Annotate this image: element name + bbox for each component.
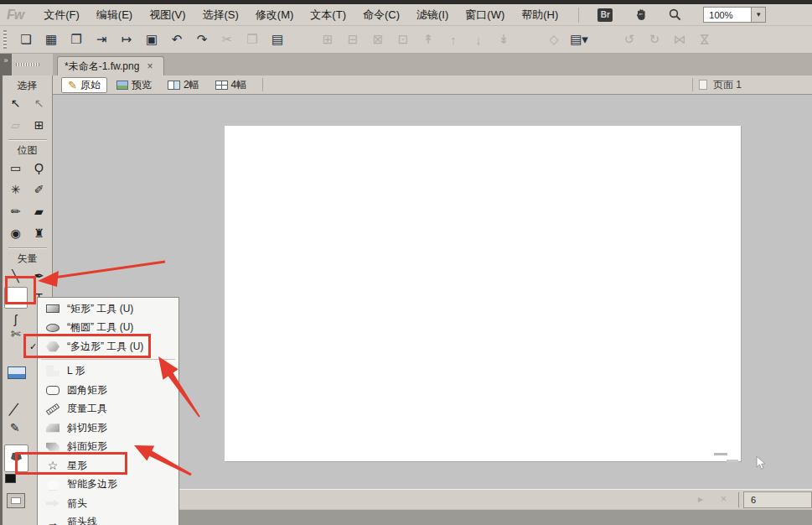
- menu-text[interactable]: 文本(T): [302, 5, 354, 25]
- copy-button[interactable]: ❐: [244, 30, 261, 49]
- save-button[interactable]: ▦: [43, 30, 59, 49]
- select-behind-tool[interactable]: ▱: [4, 114, 28, 136]
- pen-tool[interactable]: ✒: [28, 265, 51, 287]
- tab-close-icon[interactable]: ×: [147, 60, 153, 72]
- polygon-tool[interactable]: [4, 287, 28, 309]
- blur-tool[interactable]: ◉: [4, 222, 28, 244]
- send-to-back-button[interactable]: ↡: [495, 30, 512, 49]
- subselection-tool[interactable]: ↖: [28, 92, 51, 114]
- canvas-corner-handle[interactable]: [714, 453, 727, 455]
- menu-item-label: 斜切矩形: [67, 421, 107, 435]
- menu-commands[interactable]: 命令(C): [354, 5, 408, 25]
- group-button[interactable]: ⊞: [319, 30, 336, 49]
- menubar-separator: [578, 8, 579, 23]
- stroke-pencil-icon[interactable]: ✎: [10, 421, 20, 434]
- zoom-level-control[interactable]: 100% ▼: [703, 7, 766, 23]
- view-mode-label: 原始: [80, 78, 101, 92]
- status-close-icon[interactable]: ×: [721, 493, 727, 505]
- magic-wand-tool[interactable]: ✳: [4, 179, 28, 200]
- canvas[interactable]: [225, 126, 741, 461]
- knife-tool[interactable]: ✄: [11, 327, 21, 340]
- menu-item-ellipse-tool[interactable]: ✓ “椭圆” 工具 (U): [38, 319, 178, 338]
- open-button[interactable]: ❐: [68, 30, 85, 49]
- undo-button[interactable]: ↶: [168, 30, 185, 49]
- toolbar-grip[interactable]: [3, 30, 7, 49]
- menu-view[interactable]: 视图(V): [141, 5, 194, 25]
- bring-forward-button[interactable]: ↑: [445, 30, 462, 49]
- crop-tool[interactable]: ⊞: [28, 114, 51, 136]
- menu-item-l-shape[interactable]: ✓ L 形: [38, 362, 178, 382]
- menu-item-label: 箭头线: [67, 515, 97, 525]
- zoom-dropdown-arrow-icon[interactable]: ▼: [752, 7, 766, 23]
- print-button[interactable]: ▣: [143, 30, 160, 49]
- fireworks-logo: Fw: [7, 8, 23, 23]
- zoom-level-value[interactable]: 100%: [703, 7, 752, 23]
- tools-panel-header: »: [0, 54, 53, 75]
- paste-button[interactable]: ▤: [269, 30, 286, 49]
- hand-tool-icon[interactable]: [631, 7, 651, 23]
- align-button[interactable]: ▤▾: [571, 30, 587, 49]
- view-mode-preview[interactable]: 预览: [110, 77, 158, 93]
- menu-item-label: 星形: [67, 459, 87, 473]
- document-title: *未命名-1.fw.png: [65, 60, 139, 74]
- lasso-tool[interactable]: Ϙ: [28, 157, 51, 179]
- menu-item-star[interactable]: ✓ 星形: [38, 456, 178, 476]
- view-mode-icon: [68, 79, 77, 91]
- menu-item-label: “矩形” 工具 (U): [67, 302, 133, 316]
- split-button[interactable]: ⊡: [395, 30, 411, 49]
- ungroup-button[interactable]: ⊟: [344, 30, 361, 49]
- menu-item-arrow[interactable]: ✓ 箭头: [38, 494, 178, 513]
- flip-vertical-button[interactable]: ⋈: [696, 31, 714, 48]
- menu-item-smart-polygon[interactable]: ✓ 智能多边形: [38, 476, 178, 495]
- view-mode-2up[interactable]: 2幅: [161, 77, 206, 93]
- menu-item-rounded-rectangle[interactable]: ✓ 圆角矩形: [38, 381, 178, 400]
- redo-button[interactable]: ↷: [194, 30, 210, 49]
- zoom-search-icon[interactable]: [665, 7, 685, 23]
- menu-window[interactable]: 窗口(W): [457, 5, 513, 25]
- line-tool[interactable]: ╲: [4, 265, 28, 287]
- menu-help[interactable]: 帮助(H): [513, 5, 566, 25]
- menu-item-polygon-tool[interactable]: ✓ “多边形” 工具 (U): [38, 337, 178, 356]
- cut-button[interactable]: ✂: [219, 30, 235, 49]
- new-document-button[interactable]: ❏: [18, 30, 34, 49]
- brush-tool[interactable]: ✐: [28, 179, 51, 200]
- import-button[interactable]: ⇥: [93, 30, 110, 49]
- send-backward-button[interactable]: ↓: [470, 30, 487, 49]
- free-transform-button[interactable]: ◇: [546, 30, 562, 49]
- black-color-swatch[interactable]: [5, 474, 16, 483]
- join-button[interactable]: ⊠: [370, 30, 386, 49]
- view-mode-4up[interactable]: 4幅: [209, 77, 254, 93]
- menu-item-measure-tool[interactable]: ✓ 度量工具: [38, 400, 178, 419]
- panel-collapse-icon[interactable]: »: [0, 54, 12, 75]
- panel-grip[interactable]: [16, 63, 39, 66]
- menu-item-arrow-line[interactable]: ✓ 箭头线: [38, 513, 178, 525]
- export-button[interactable]: ↦: [118, 30, 135, 49]
- flip-horizontal-button[interactable]: ⋈: [671, 30, 688, 49]
- slice-tool[interactable]: [8, 366, 26, 379]
- view-mode-original[interactable]: 原始: [61, 77, 107, 93]
- status-play-icon[interactable]: ▸: [698, 493, 703, 505]
- bridge-button[interactable]: Br: [597, 8, 613, 22]
- menu-file[interactable]: 文件(F): [35, 5, 88, 25]
- menu-select[interactable]: 选择(S): [194, 5, 247, 25]
- checkmark-icon: ✓: [28, 341, 39, 352]
- rotate-ccw-button[interactable]: ↺: [621, 30, 638, 49]
- eraser-tool[interactable]: ▰: [28, 200, 51, 222]
- menu-item-bevel-rectangle[interactable]: ✓ 斜面矩形: [38, 438, 178, 457]
- rubber-stamp-tool[interactable]: ♜: [28, 222, 51, 244]
- marquee-tool[interactable]: ▭: [4, 157, 28, 179]
- canvas-corner-handle[interactable]: [727, 460, 738, 462]
- document-tab[interactable]: *未命名-1.fw.png ×: [57, 56, 164, 75]
- pointer-tool[interactable]: ↖: [4, 92, 28, 114]
- menu-item-chamfer-rectangle[interactable]: ✓ 斜切矩形: [38, 418, 178, 438]
- menu-edit[interactable]: 编辑(E): [88, 5, 141, 25]
- menu-filters[interactable]: 滤镜(I): [408, 5, 457, 25]
- eyedropper-tool[interactable]: ╱: [9, 402, 18, 416]
- menu-modify[interactable]: 修改(M): [247, 5, 303, 25]
- rotate-cw-button[interactable]: ↻: [646, 30, 663, 49]
- fill-color-button[interactable]: [4, 444, 28, 472]
- bring-to-front-button[interactable]: ↟: [420, 30, 437, 49]
- menu-item-rectangle-tool[interactable]: ✓ “矩形” 工具 (U): [38, 299, 178, 319]
- pencil-tool[interactable]: ✏: [4, 200, 28, 222]
- screen-mode-button[interactable]: [7, 493, 25, 508]
